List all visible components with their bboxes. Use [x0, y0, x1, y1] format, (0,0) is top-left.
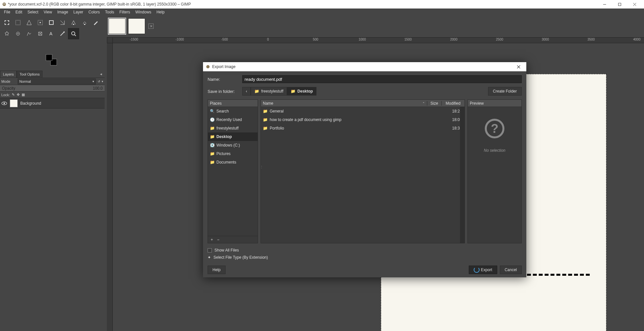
file-row[interactable]: 📁Portfolio18:35	[261, 124, 465, 132]
svg-rect-4	[618, 3, 621, 6]
menu-windows[interactable]: Windows	[133, 9, 154, 16]
file-modified: 18:35	[440, 126, 463, 131]
column-resize-handle[interactable]: ⋮	[260, 165, 263, 169]
expander-icon: ✦	[208, 255, 211, 260]
place-label: Pictures	[216, 151, 230, 156]
column-header-name[interactable]: Name	[263, 101, 273, 106]
filename-input[interactable]	[242, 75, 522, 83]
menu-colors[interactable]: Colors	[86, 9, 103, 16]
window-maximize-button[interactable]	[612, 0, 627, 9]
breadcrumb-back-button[interactable]: ‹	[242, 87, 251, 96]
window-title: *your document.xcf-2.0 (RGB color 8-bit …	[8, 2, 191, 7]
remove-bookmark-button[interactable]: −	[217, 237, 219, 242]
svg-point-2	[4, 4, 5, 5]
breadcrumb: ‹ 📁 freestylestuff 📁 Desktop	[242, 87, 316, 96]
select-file-type-label: Select File Type (By Extension)	[213, 255, 268, 260]
dialog-titlebar[interactable]: Export Image	[203, 62, 526, 71]
place-label: Search	[216, 109, 229, 113]
menu-tools[interactable]: Tools	[102, 9, 117, 16]
gimp-dialog-icon	[206, 64, 210, 69]
breadcrumb-item-user[interactable]: 📁 freestylestuff	[251, 87, 287, 96]
folder-icon: 📁	[291, 89, 296, 94]
preview-panel: Preview ? No selection	[467, 99, 522, 243]
place-icon: 🔍	[210, 109, 214, 113]
export-button[interactable]: Export	[469, 266, 497, 274]
no-preview-icon: ?	[485, 119, 504, 138]
places-item-freestylestuff[interactable]: 📁freestylestuff	[208, 124, 258, 132]
chevron-left-icon: ‹	[246, 89, 247, 94]
menu-view[interactable]: View	[41, 9, 55, 16]
window-minimize-button[interactable]	[597, 0, 612, 9]
place-label: Windows (C:)	[216, 143, 240, 148]
window-close-button[interactable]	[627, 0, 642, 9]
place-label: freestylestuff	[216, 126, 239, 131]
no-selection-text: No selection	[484, 148, 505, 153]
select-file-type-expander[interactable]: ✦ Select File Type (By Extension)	[208, 255, 522, 260]
file-row[interactable]: 📁how to create a pdf document using gimp…	[261, 115, 465, 124]
menu-image[interactable]: Image	[55, 9, 71, 16]
window-titlebar: *your document.xcf-2.0 (RGB color 8-bit …	[0, 0, 644, 9]
file-list-scrollbar[interactable]	[460, 107, 465, 243]
place-icon: 📁	[210, 126, 214, 131]
folder-icon: 📁	[263, 117, 268, 122]
place-label: Recently Used	[216, 117, 242, 122]
place-icon: 📁	[210, 151, 214, 156]
file-name: General	[270, 109, 284, 113]
dialog-backdrop: Export Image Name: Save in folder: ‹ 📁	[0, 16, 644, 331]
menu-help[interactable]: Help	[154, 9, 167, 16]
file-row[interactable]: 📁General18:24	[261, 107, 465, 115]
place-icon: 📁	[210, 160, 214, 165]
dialog-title: Export Image	[212, 64, 235, 69]
menu-select[interactable]: Select	[25, 9, 41, 16]
show-all-files-label: Show All Files	[214, 248, 239, 253]
dialog-close-button[interactable]	[513, 63, 524, 71]
menu-layer[interactable]: Layer	[71, 9, 86, 16]
file-name: how to create a pdf document using gimp	[270, 117, 341, 122]
gimp-app-icon	[2, 2, 7, 7]
place-label: Documents	[216, 160, 236, 165]
sort-ascending-icon[interactable]: ⌃	[422, 102, 425, 105]
breadcrumb-item-desktop[interactable]: 📁 Desktop	[287, 87, 316, 96]
folder-icon: 📁	[263, 109, 268, 113]
file-name: Portfolio	[270, 126, 284, 131]
place-icon: 💽	[210, 143, 214, 148]
places-item-recently-used[interactable]: 🕓Recently Used	[208, 115, 258, 124]
file-modified: 18:24	[440, 109, 463, 113]
save-in-folder-label: Save in folder:	[208, 89, 242, 94]
place-icon: 🕓	[210, 117, 214, 122]
help-button[interactable]: Help	[208, 266, 226, 274]
column-header-modified[interactable]: Modified	[442, 101, 465, 106]
add-bookmark-button[interactable]: ＋	[210, 237, 214, 242]
places-item-search[interactable]: 🔍Search	[208, 107, 258, 115]
places-item-desktop[interactable]: 📁Desktop	[208, 132, 258, 141]
places-sidebar: Places 🔍Search🕓Recently Used📁freestylest…	[208, 99, 258, 243]
menu-filters[interactable]: Filters	[117, 9, 133, 16]
file-modified: 18:09	[440, 117, 463, 122]
menu-edit[interactable]: Edit	[13, 9, 25, 16]
places-item-documents[interactable]: 📁Documents	[208, 158, 258, 166]
places-item-pictures[interactable]: 📁Pictures	[208, 149, 258, 158]
create-folder-button[interactable]: Create Folder	[488, 87, 522, 96]
folder-icon: 📁	[254, 89, 259, 94]
file-list: ⋮ Name ⌃ Size Modified 📁General18:24📁how…	[261, 99, 465, 243]
main-menu-bar: FileEditSelectViewImageLayerColorsToolsF…	[0, 9, 644, 16]
svg-point-21	[206, 65, 210, 68]
place-label: Desktop	[216, 134, 232, 139]
column-header-size[interactable]: Size	[427, 101, 442, 106]
preview-header: Preview	[468, 100, 521, 107]
places-item-windows-c-[interactable]: 💽Windows (C:)	[208, 141, 258, 149]
show-all-files-checkbox[interactable]	[208, 248, 212, 253]
filename-label: Name:	[208, 77, 242, 82]
svg-point-1	[3, 4, 4, 5]
folder-icon: 📁	[263, 126, 268, 131]
place-icon: 📁	[210, 134, 214, 139]
menu-file[interactable]: File	[1, 9, 13, 16]
svg-point-0	[3, 3, 6, 6]
export-image-dialog: Export Image Name: Save in folder: ‹ 📁	[203, 62, 526, 277]
cancel-button[interactable]: Cancel	[500, 266, 522, 274]
places-header: Places	[208, 100, 258, 107]
